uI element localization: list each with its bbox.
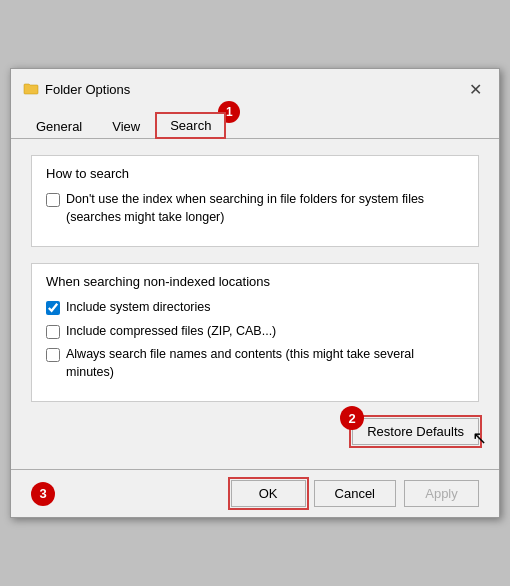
non-indexed-section: When searching non-indexed locations Inc… xyxy=(31,263,479,402)
option1-row: Don't use the index when searching in fi… xyxy=(46,191,464,226)
restore-badge: 2 xyxy=(340,406,364,430)
option2-checkbox[interactable] xyxy=(46,301,60,315)
ok-button[interactable]: OK xyxy=(231,480,306,507)
option4-checkbox[interactable] xyxy=(46,348,60,362)
tab-view[interactable]: View xyxy=(97,112,155,139)
close-button[interactable]: ✕ xyxy=(463,77,487,101)
option3-checkbox[interactable] xyxy=(46,325,60,339)
tab-general[interactable]: General xyxy=(21,112,97,139)
title-bar-left: Folder Options xyxy=(23,81,130,97)
option3-row: Include compressed files (ZIP, CAB...) xyxy=(46,323,464,341)
content-area: How to search Don't use the index when s… xyxy=(11,139,499,469)
how-to-search-label: How to search xyxy=(46,166,464,181)
option1-label[interactable]: Don't use the index when searching in fi… xyxy=(66,191,464,226)
tabs-bar: General View Search 1 xyxy=(11,105,499,139)
tab-search-wrap: Search 1 xyxy=(155,111,226,138)
restore-row: 2 Restore Defaults ↖ xyxy=(31,418,479,445)
how-to-search-section: How to search Don't use the index when s… xyxy=(31,155,479,247)
option1-checkbox[interactable] xyxy=(46,193,60,207)
apply-button[interactable]: Apply xyxy=(404,480,479,507)
cancel-button[interactable]: Cancel xyxy=(314,480,396,507)
option2-label[interactable]: Include system directories xyxy=(66,299,211,317)
footer: 3 OK Cancel Apply xyxy=(11,469,499,517)
option2-row: Include system directories xyxy=(46,299,464,317)
title-bar: Folder Options ✕ xyxy=(11,69,499,101)
option4-row: Always search file names and contents (t… xyxy=(46,346,464,381)
dialog-title: Folder Options xyxy=(45,82,130,97)
non-indexed-label: When searching non-indexed locations xyxy=(46,274,464,289)
restore-btn-wrap: 2 Restore Defaults ↖ xyxy=(352,418,479,445)
folder-options-dialog: Folder Options ✕ General View Search 1 H… xyxy=(10,68,500,518)
option3-label[interactable]: Include compressed files (ZIP, CAB...) xyxy=(66,323,276,341)
folder-icon xyxy=(23,81,39,97)
footer-badge-area: 3 xyxy=(31,482,55,506)
tab-search[interactable]: Search xyxy=(155,112,226,139)
footer-badge: 3 xyxy=(31,482,55,506)
restore-defaults-button[interactable]: Restore Defaults xyxy=(352,418,479,445)
option4-label[interactable]: Always search file names and contents (t… xyxy=(66,346,464,381)
